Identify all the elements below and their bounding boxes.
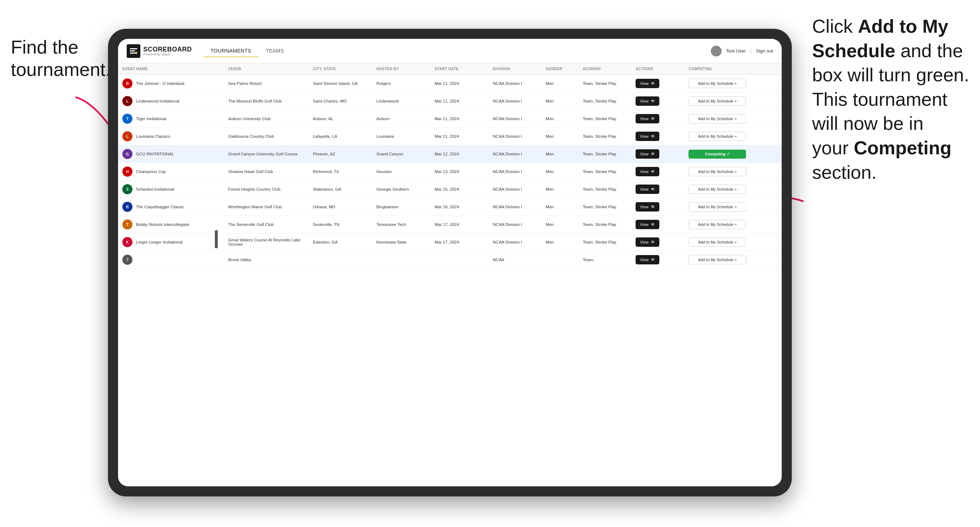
actions-cell: View 👁 — [631, 163, 684, 181]
view-button[interactable]: View 👁 — [636, 237, 659, 247]
add-to-schedule-button[interactable]: Add to My Schedule + — [689, 220, 746, 229]
start-date-cell: Mar 11, 2024 — [430, 128, 489, 145]
competing-cell: Add to My Schedule + — [684, 216, 782, 233]
venue-cell: Auburn University Club — [224, 110, 309, 128]
team-logo: L — [123, 131, 132, 141]
add-to-schedule-button[interactable]: Add to My Schedule + — [689, 202, 746, 211]
competing-cell: Competing ✓ — [684, 145, 782, 163]
sign-out-link[interactable]: Sign out — [756, 48, 773, 54]
gender-cell: Men — [541, 92, 578, 110]
nav-tab-teams[interactable]: TEAMS — [258, 45, 291, 57]
division-cell: NCAA Division I — [488, 233, 541, 251]
city-state-cell: Eatonton, GA — [309, 233, 372, 251]
team-logo: R — [123, 78, 132, 89]
gender-cell: Men — [541, 198, 578, 216]
city-state-cell: Urbana, MD — [309, 198, 372, 216]
event-name-cell: S Schenkel Invitational — [118, 181, 224, 198]
gender-cell: Men — [541, 128, 578, 145]
scoring-cell: Team, Stroke Play — [578, 92, 631, 110]
view-button[interactable]: View 👁 — [636, 220, 659, 229]
table-header-row: EVENT NAME VENUE CITY, STATE HOSTED BY S… — [118, 63, 782, 75]
venue-cell: Forest Heights Country Club — [224, 181, 309, 198]
table-container[interactable]: EVENT NAME VENUE CITY, STATE HOSTED BY S… — [118, 63, 782, 486]
eye-icon: 👁 — [651, 134, 655, 139]
view-button[interactable]: View 👁 — [636, 97, 659, 106]
annotation-left: Find the tournament. — [11, 36, 111, 81]
view-button[interactable]: View 👁 — [636, 79, 659, 88]
add-to-schedule-button[interactable]: Add to My Schedule + — [689, 97, 746, 106]
col-competing: COMPETING — [684, 63, 782, 75]
event-name-cell: L Louisiana Classics — [118, 128, 224, 145]
team-logo: T — [123, 219, 132, 230]
venue-cell: Grand Canyon University Golf Course — [224, 145, 309, 163]
logo-sub: Powered by clippd — [143, 52, 192, 56]
view-button[interactable]: View 👁 — [636, 184, 659, 194]
venue-cell: Worthington Manor Golf Club — [224, 198, 309, 216]
col-scoring: SCORING — [578, 63, 631, 75]
hosted-by-cell — [372, 251, 430, 269]
competing-cell: Add to My Schedule + — [684, 128, 782, 145]
division-cell: NCAA Division I — [488, 181, 541, 198]
add-to-schedule-button[interactable]: Add to My Schedule + — [689, 255, 746, 264]
hosted-by-cell: Kennesaw State — [372, 233, 430, 251]
table-row: L Louisiana Classics Oakbourne Country C… — [118, 128, 782, 145]
add-to-schedule-button[interactable]: Add to My Schedule + — [689, 114, 746, 124]
view-button[interactable]: View 👁 — [636, 149, 659, 159]
add-to-schedule-button[interactable]: Add to My Schedule + — [689, 79, 746, 88]
scoring-cell: Team, Stroke Play — [578, 145, 631, 163]
venue-cell: The Sevierville Golf Club — [224, 216, 309, 233]
hosted-by-cell: Lindenwood — [372, 92, 430, 110]
city-state-cell: Statesboro, GA — [309, 181, 372, 198]
view-button[interactable]: View 👁 — [636, 255, 659, 264]
logo-text: SCOREBOARD — [143, 46, 192, 53]
actions-cell: View 👁 — [631, 216, 684, 233]
hosted-by-cell: Louisiana — [372, 128, 430, 145]
view-button[interactable]: View 👁 — [636, 114, 659, 124]
team-logo: G — [123, 149, 132, 159]
user-name: Test User — [726, 48, 746, 54]
table-row: H Champions Cup Shadow Hawk Golf ClubRic… — [118, 163, 782, 181]
eye-icon: 👁 — [651, 116, 655, 121]
nav-tab-tournaments[interactable]: TOURNAMENTS — [203, 45, 258, 57]
view-button[interactable]: View 👁 — [636, 132, 659, 141]
team-logo: ? — [123, 255, 132, 265]
add-to-schedule-button[interactable]: Add to My Schedule + — [689, 184, 746, 194]
col-event-name: EVENT NAME — [118, 63, 224, 75]
city-state-cell: Saint Charles, MO — [309, 92, 372, 110]
scoring-cell: Team, Stroke Play — [578, 216, 631, 233]
gender-cell: Men — [541, 145, 578, 163]
scoring-cell: Team, Stroke Play — [578, 181, 631, 198]
table-row: R The Johnnie - O Individual Sea Palms R… — [118, 75, 782, 92]
scoring-cell: Team, Stroke Play — [578, 163, 631, 181]
scoring-cell: Team, Stroke Play — [578, 233, 631, 251]
event-name: The Carpetbagger Classic — [136, 205, 184, 209]
view-button[interactable]: View 👁 — [636, 202, 659, 211]
eye-icon: 👁 — [651, 98, 655, 103]
start-date-cell: Mar 11, 2024 — [430, 75, 489, 92]
col-start-date: START DATE — [430, 63, 489, 75]
table-row: G GCU INVITATIONAL Grand Canyon Universi… — [118, 145, 782, 163]
actions-cell: View 👁 — [631, 181, 684, 198]
event-name: Bobby Nichols Intercollegiate — [136, 222, 189, 227]
logo-icon — [127, 44, 140, 58]
event-name: Schenkel Invitational — [136, 187, 174, 191]
add-to-schedule-button[interactable]: Add to My Schedule + — [689, 132, 746, 141]
gender-cell: Men — [541, 181, 578, 198]
add-to-schedule-button[interactable]: Add to My Schedule + — [689, 237, 746, 247]
view-button[interactable]: View 👁 — [636, 167, 659, 176]
competing-cell: Add to My Schedule + — [684, 110, 782, 128]
add-to-schedule-button[interactable]: Add to My Schedule + — [689, 167, 746, 176]
event-name: Linger Longer Invitational — [136, 240, 183, 244]
svg-rect-2 — [130, 48, 137, 49]
col-venue: VENUE — [224, 63, 309, 75]
event-name-cell: R The Johnnie - O Individual — [118, 75, 224, 92]
col-hosted-by: HOSTED BY — [372, 63, 430, 75]
competing-button[interactable]: Competing ✓ — [689, 150, 746, 159]
start-date-cell: Mar 13, 2024 — [430, 163, 489, 181]
start-date-cell: Mar 11, 2024 — [430, 92, 489, 110]
eye-icon: 👁 — [651, 240, 655, 244]
start-date-cell: Mar 12, 2024 — [430, 145, 489, 163]
event-name-cell: L Lindenwood Invitational — [118, 92, 224, 110]
venue-cell: Sea Palms Resort — [224, 75, 309, 92]
start-date-cell: Mar 17, 2024 — [430, 216, 489, 233]
